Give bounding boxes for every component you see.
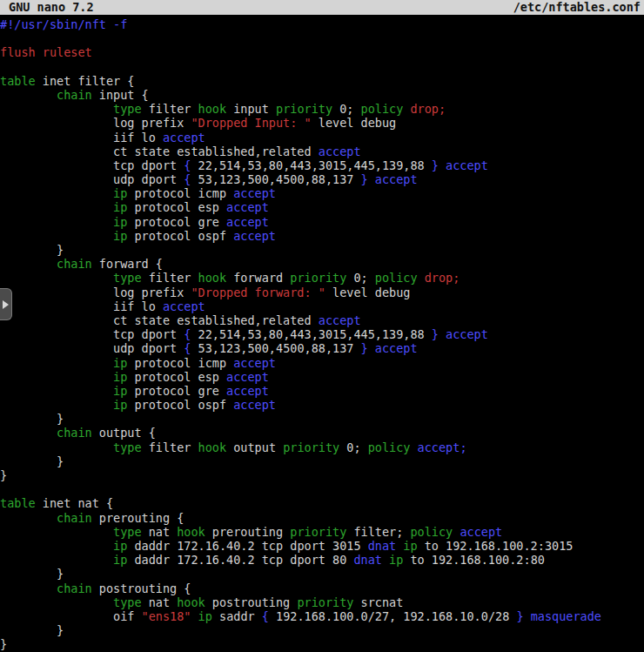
code-line: }: [0, 468, 644, 482]
code-line: udp dport { 53,123,500,4500,88,137 } acc…: [0, 172, 644, 186]
code-line: table inet nat {: [0, 496, 644, 510]
code-line: type filter hook output priority 0; poli…: [0, 440, 644, 454]
code-line: tcp dport { 22,514,53,80,443,3015,445,13…: [0, 327, 644, 341]
file-path: /etc/nftables.conf: [513, 0, 641, 15]
novnc-control-bar-handle[interactable]: [0, 288, 12, 320]
code-line: chain output {: [0, 426, 644, 440]
code-line: }: [0, 454, 644, 468]
code-line: ip protocol ospf accept: [0, 229, 644, 243]
code-line: chain postrouting {: [0, 581, 644, 595]
code-line: table inet filter {: [0, 74, 644, 88]
code-line: ct state established,related accept: [0, 145, 644, 158]
code-line: chain forward {: [0, 257, 644, 271]
code-line: log prefix "Dropped forward: " level deb…: [0, 286, 644, 299]
code-line: ct state established,related accept: [0, 313, 644, 327]
code-line: oif "ens18" ip saddr { 192.168.100.0/27,…: [0, 609, 644, 623]
code-line: [0, 482, 644, 496]
code-line: iif lo accept: [0, 131, 644, 145]
code-line: ip daddr 172.16.40.2 tcp dport 80 dnat i…: [0, 553, 644, 567]
nano-titlebar: GNU nano 7.2 /etc/nftables.conf: [0, 0, 644, 15]
code-line: type nat hook postrouting priority srcna…: [0, 595, 644, 609]
code-line: [0, 31, 644, 45]
code-line: ip protocol icmp accept: [0, 356, 644, 370]
app-title: GNU nano 7.2: [9, 0, 94, 15]
code-line: chain prerouting {: [0, 511, 644, 525]
code-line: #!/usr/sbin/nft -f: [0, 17, 644, 31]
expand-right-triangle-icon: [3, 300, 9, 309]
code-line: type nat hook prerouting priority filter…: [0, 525, 644, 539]
code-line: type filter hook input priority 0; polic…: [0, 102, 644, 116]
code-line: }: [0, 637, 644, 651]
code-line: ip daddr 172.16.40.2 tcp dport 3015 dnat…: [0, 539, 644, 553]
code-line: iif lo accept: [0, 299, 644, 313]
code-line: }: [0, 243, 644, 257]
code-line: }: [0, 623, 644, 637]
code-line: udp dport { 53,123,500,4500,88,137 } acc…: [0, 341, 644, 355]
code-line: ip protocol esp accept: [0, 370, 644, 384]
code-line: chain input {: [0, 88, 644, 102]
code-line: ip protocol gre accept: [0, 384, 644, 398]
code-line: [0, 60, 644, 74]
code-line: ip protocol icmp accept: [0, 186, 644, 200]
code-line: log prefix "Dropped Input: " level debug: [0, 116, 644, 130]
code-line: flush ruleset: [0, 45, 644, 59]
code-line: tcp dport { 22,514,53,80,443,3015,445,13…: [0, 158, 644, 172]
code-line: type filter hook forward priority 0; pol…: [0, 271, 644, 285]
editor-content[interactable]: #!/usr/sbin/nft -f flush ruleset table i…: [0, 15, 644, 651]
code-line: ip protocol gre accept: [0, 215, 644, 229]
code-line: ip protocol ospf accept: [0, 398, 644, 412]
code-line: }: [0, 567, 644, 581]
code-line: }: [0, 412, 644, 426]
code-line: ip protocol esp accept: [0, 200, 644, 214]
